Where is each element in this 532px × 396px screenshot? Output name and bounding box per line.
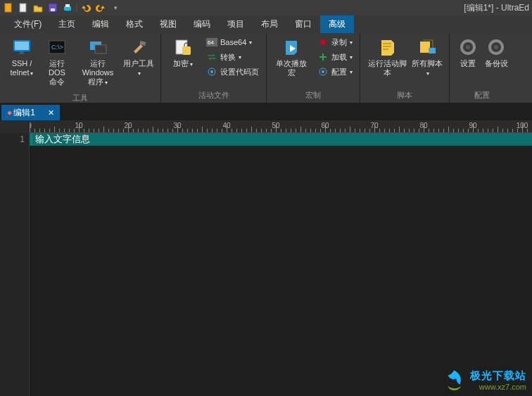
menu-window[interactable]: 窗口 bbox=[286, 15, 320, 33]
menu-bar: 文件(F) 主页 编辑 格式 视图 编码 项目 布局 窗口 高级 bbox=[0, 15, 532, 33]
title-bar: ▾ [编辑1*] - UltraEd bbox=[0, 0, 532, 15]
group-title-activefile: 活动文件 bbox=[161, 89, 266, 103]
ruler-label: 100 bbox=[517, 122, 528, 129]
modified-dot-icon: ● bbox=[7, 108, 12, 117]
current-line: 输入文字信息 bbox=[30, 133, 532, 146]
gear-icon bbox=[206, 66, 217, 77]
line-number: 1 bbox=[0, 134, 25, 144]
undo-icon[interactable] bbox=[80, 1, 92, 14]
ruler-label: 10 bbox=[75, 122, 82, 129]
divider bbox=[76, 1, 77, 14]
qat-dropdown-icon[interactable]: ▾ bbox=[109, 1, 122, 14]
ribbon-group-config: 设置 备份设 配置 bbox=[450, 33, 514, 103]
settings-button[interactable]: 设置 bbox=[454, 35, 482, 70]
scroll-play-icon bbox=[281, 37, 301, 57]
run-windows-button[interactable]: 运行 Windows 程序 bbox=[75, 35, 121, 89]
record-button[interactable]: 录制▾ bbox=[315, 35, 355, 49]
group-title-script: 脚本 bbox=[360, 89, 449, 103]
watermark: 极光下载站 www.xz7.com bbox=[442, 368, 526, 392]
convert-button[interactable]: 转换▾ bbox=[203, 50, 262, 64]
line-gutter: 1 bbox=[0, 133, 30, 396]
svg-rect-5 bbox=[65, 4, 70, 7]
ssh-telnet-button[interactable]: SSH / telnet bbox=[4, 35, 39, 79]
codepage-button[interactable]: 设置代码页 bbox=[203, 65, 262, 79]
gear-big2-icon bbox=[486, 37, 506, 57]
document-tab[interactable]: ●编辑1 ✕ bbox=[1, 105, 60, 120]
menu-project[interactable]: 项目 bbox=[219, 15, 253, 33]
svg-rect-9 bbox=[20, 51, 24, 54]
watermark-logo-icon bbox=[442, 368, 466, 392]
ruler-row: 0102030405060708090100110 bbox=[0, 120, 532, 133]
base64-button[interactable]: 64Base64▾ bbox=[203, 35, 262, 49]
svg-point-23 bbox=[322, 70, 324, 73]
ribbon-group-macro: 单次播放宏 录制▾ 加载▾ 配置▾ 宏制 bbox=[267, 33, 360, 103]
svg-point-26 bbox=[466, 45, 470, 49]
encrypt-button[interactable]: 加密 bbox=[165, 35, 201, 70]
ruler-label: 80 bbox=[419, 122, 427, 129]
all-scripts-button[interactable]: 所有脚本 bbox=[410, 35, 445, 79]
cmd-icon: C:\> bbox=[47, 37, 67, 57]
gear-big-icon bbox=[458, 37, 478, 57]
editor-text: 输入文字信息 bbox=[35, 133, 90, 146]
ruler-label: 40 bbox=[222, 122, 230, 129]
file-icon[interactable] bbox=[2, 1, 15, 14]
close-tab-icon[interactable]: ✕ bbox=[48, 108, 54, 117]
svg-point-21 bbox=[320, 39, 326, 45]
svg-rect-8 bbox=[15, 41, 29, 50]
menu-format[interactable]: 格式 bbox=[118, 15, 151, 33]
ribbon-group-script: 运行活动脚本 所有脚本 脚本 bbox=[360, 33, 450, 103]
play-macro-button[interactable]: 单次播放宏 bbox=[271, 35, 312, 79]
run-dos-button[interactable]: C:\> 运行 DOS 命令 bbox=[39, 35, 75, 89]
menu-layout[interactable]: 布局 bbox=[253, 15, 286, 33]
svg-rect-13 bbox=[95, 45, 106, 53]
user-tools-button[interactable]: 用户工具 bbox=[121, 35, 156, 79]
run-active-script-button[interactable]: 运行活动脚本 bbox=[365, 35, 410, 79]
watermark-title: 极光下载站 bbox=[470, 369, 526, 383]
svg-text:C:\>: C:\> bbox=[51, 44, 63, 51]
svg-point-28 bbox=[494, 45, 498, 49]
group-title-config: 配置 bbox=[450, 89, 514, 103]
menu-file[interactable]: 文件(F) bbox=[6, 15, 50, 33]
svg-rect-16 bbox=[182, 46, 191, 55]
hammer-icon bbox=[129, 37, 148, 57]
new-doc-icon[interactable] bbox=[17, 1, 30, 14]
document-tab-label: 编辑1 bbox=[13, 107, 35, 119]
ruler-label: 50 bbox=[272, 122, 279, 129]
ruler-label: 70 bbox=[370, 122, 378, 129]
menu-advanced[interactable]: 高级 bbox=[320, 15, 354, 33]
record-icon bbox=[317, 37, 329, 48]
editor[interactable]: 输入文字信息 bbox=[30, 133, 532, 396]
ribbon-group-activefile: 加密 64Base64▾ 转换▾ 设置代码页 活动文件 bbox=[161, 33, 267, 103]
load-button[interactable]: 加载▾ bbox=[315, 50, 355, 64]
svg-point-20 bbox=[210, 70, 213, 73]
group-title-macro: 宏制 bbox=[267, 89, 360, 103]
gear2-icon bbox=[317, 66, 329, 77]
menu-home[interactable]: 主页 bbox=[50, 15, 84, 33]
base64-icon: 64 bbox=[206, 37, 217, 48]
scroll-all-icon bbox=[417, 37, 437, 57]
watermark-url: www.xz7.com bbox=[470, 383, 526, 391]
menu-view[interactable]: 视图 bbox=[151, 15, 185, 33]
editor-area: 1 输入文字信息 bbox=[0, 133, 532, 396]
scroll-run-icon bbox=[377, 37, 397, 57]
svg-rect-3 bbox=[51, 8, 55, 11]
ribbon: SSH / telnet C:\> 运行 DOS 命令 运行 Windows 程… bbox=[0, 33, 532, 103]
ruler-label: 60 bbox=[321, 122, 329, 129]
backup-settings-button[interactable]: 备份设 bbox=[482, 35, 510, 70]
ruler-label: 90 bbox=[469, 122, 476, 129]
svg-rect-24 bbox=[429, 48, 436, 53]
print-icon[interactable] bbox=[61, 1, 74, 14]
windows-run-icon bbox=[88, 37, 108, 57]
gutter-spacer bbox=[0, 120, 30, 133]
menu-encoding[interactable]: 编码 bbox=[185, 15, 219, 33]
document-tab-row: ●编辑1 ✕ bbox=[0, 103, 532, 120]
monitor-icon bbox=[12, 37, 32, 57]
open-folder-icon[interactable] bbox=[32, 1, 44, 14]
configure-button[interactable]: 配置▾ bbox=[315, 65, 355, 79]
save-icon[interactable] bbox=[46, 1, 59, 14]
redo-icon[interactable] bbox=[94, 1, 107, 14]
ruler-label: 0 bbox=[30, 122, 32, 129]
svg-rect-1 bbox=[20, 4, 26, 12]
menu-edit[interactable]: 编辑 bbox=[84, 15, 118, 33]
ruler-label: 20 bbox=[124, 122, 132, 129]
